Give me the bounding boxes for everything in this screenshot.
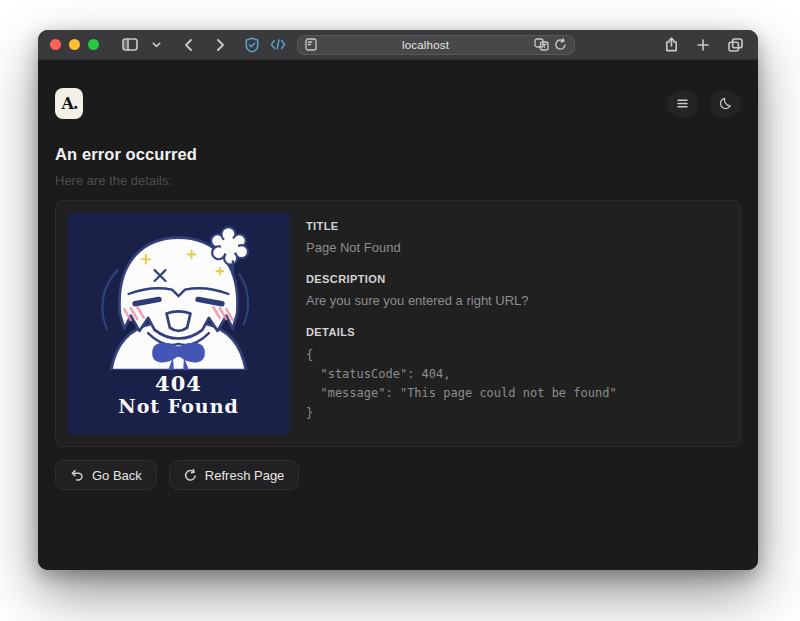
- description-label: DESCRIPTION: [306, 273, 617, 285]
- page-subtitle: Here are the details:: [55, 173, 741, 188]
- details-field: DETAILS { "statusCode": 404, "message": …: [306, 326, 617, 423]
- devtools-icon: [270, 39, 286, 50]
- menu-button[interactable]: [667, 90, 698, 118]
- details-json: { "statusCode": 404, "message": "This pa…: [306, 346, 617, 423]
- refresh-page-button[interactable]: Refresh Page: [169, 460, 300, 490]
- new-tab-button[interactable]: [692, 34, 714, 56]
- header-actions: [667, 90, 741, 118]
- close-window-button[interactable]: [50, 39, 61, 50]
- privacy-shield-button[interactable]: [241, 34, 263, 56]
- title-label: TITLE: [306, 220, 617, 232]
- minimize-window-button[interactable]: [69, 39, 80, 50]
- browser-window: localhost: [38, 30, 758, 570]
- theme-toggle-button[interactable]: [710, 90, 741, 118]
- forward-icon: [216, 39, 225, 51]
- page-content: A. An error: [38, 60, 758, 570]
- anime-girl-404-image: [67, 218, 290, 370]
- description-value: Are you sure you entered a right URL?: [306, 293, 617, 308]
- reload-icon[interactable]: [554, 38, 567, 51]
- error-card: 404 Not Found TITLE Page Not Found DESCR…: [55, 200, 741, 447]
- back-icon: [184, 39, 193, 51]
- refresh-page-label: Refresh Page: [205, 468, 285, 483]
- chevron-down-icon: [152, 42, 161, 48]
- undo-arrow-icon: [70, 469, 84, 481]
- shield-check-icon: [244, 37, 260, 53]
- desktop-background: localhost: [0, 0, 800, 621]
- tabs-overview-button[interactable]: [724, 34, 746, 56]
- forward-button[interactable]: [209, 34, 231, 56]
- refresh-icon: [184, 469, 197, 482]
- error-details-panel: TITLE Page Not Found DESCRIPTION Are you…: [306, 212, 617, 435]
- site-logo[interactable]: A.: [55, 88, 83, 119]
- error-caption-text: Not Found: [118, 395, 238, 419]
- title-value: Page Not Found: [306, 240, 617, 255]
- go-back-label: Go Back: [92, 468, 142, 483]
- sidebar-toggle-button[interactable]: [119, 34, 141, 56]
- title-field: TITLE Page Not Found: [306, 220, 617, 255]
- page-title: An error occurred: [55, 145, 741, 164]
- action-buttons: Go Back Refresh Page: [55, 460, 741, 490]
- translate-icon[interactable]: [534, 38, 549, 51]
- tabs-overview-icon: [728, 38, 743, 52]
- address-host: localhost: [317, 39, 534, 51]
- error-illustration: 404 Not Found: [67, 212, 290, 435]
- share-icon: [665, 37, 678, 52]
- reader-page-icon: [305, 38, 317, 51]
- new-tab-plus-icon: [697, 39, 709, 51]
- site-header: A.: [55, 60, 741, 119]
- address-bar[interactable]: localhost: [297, 35, 575, 55]
- menu-icon: [677, 99, 688, 108]
- devtools-button[interactable]: [267, 34, 289, 56]
- details-label: DETAILS: [306, 326, 617, 338]
- traffic-lights: [50, 39, 99, 50]
- description-field: DESCRIPTION Are you sure you entered a r…: [306, 273, 617, 308]
- sidebar-options-button[interactable]: [145, 34, 167, 56]
- error-code-text: 404: [155, 372, 202, 395]
- share-button[interactable]: [660, 34, 682, 56]
- moon-icon: [719, 97, 732, 110]
- back-button[interactable]: [177, 34, 199, 56]
- browser-toolbar: localhost: [38, 30, 758, 60]
- zoom-window-button[interactable]: [88, 39, 99, 50]
- sidebar-toggle-icon: [122, 38, 138, 51]
- go-back-button[interactable]: Go Back: [55, 460, 157, 490]
